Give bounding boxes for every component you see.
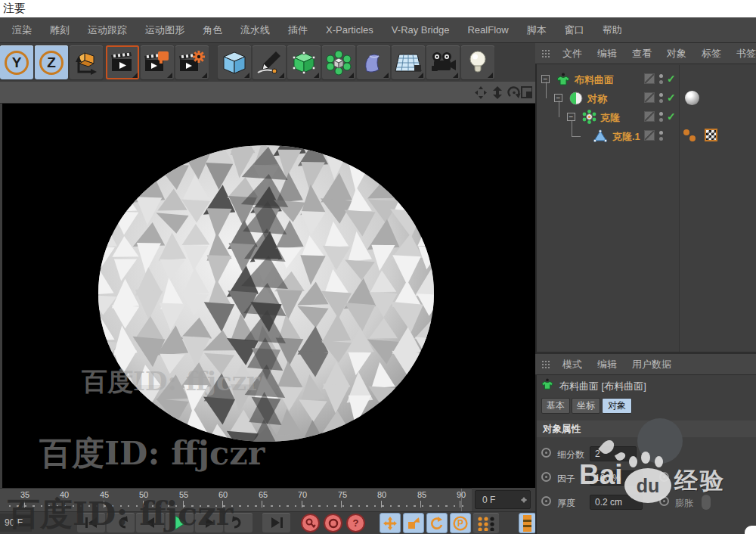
rotation-icon — [430, 517, 444, 530]
object-manager-menubar: 文件 编辑 查看 对象 标签 书签 — [535, 43, 756, 64]
object-name[interactable]: 克隆 — [600, 111, 620, 125]
film-options-button[interactable] — [519, 513, 536, 533]
visibility-toggle[interactable] — [644, 130, 655, 141]
visibility-dots[interactable] — [659, 112, 663, 122]
om-menu-view[interactable]: 查看 — [624, 47, 659, 61]
next-frame-icon — [201, 516, 218, 529]
svg-text:P: P — [457, 518, 463, 529]
next-frame-button[interactable] — [195, 513, 223, 532]
tab-coordinates-label: 坐标 — [577, 399, 595, 412]
checker-display-tag-icon[interactable] — [705, 129, 717, 141]
om-menu-file[interactable]: 文件 — [555, 47, 590, 61]
timeline-ruler[interactable]: 35 40 45 50 55 60 65 70 75 80 85 90 — [0, 488, 472, 511]
goto-end-button[interactable] — [262, 513, 290, 532]
object-row-clone-1[interactable]: 克隆.1 — [0, 127, 756, 145]
thickness-field[interactable]: 0.2 cm — [590, 495, 643, 510]
record-position-toggle[interactable] — [380, 513, 401, 533]
tab-object[interactable]: 对象 — [602, 398, 632, 414]
mograph-dots-tag-icon[interactable] — [683, 128, 699, 143]
tab-basic[interactable]: 基本 — [541, 398, 570, 414]
attr-menu-edit[interactable]: 编辑 — [590, 358, 624, 371]
enabled-check-icon[interactable]: ✓ — [667, 73, 676, 85]
menu-script[interactable]: 脚本 — [518, 17, 556, 42]
page-note: 注要 — [3, 2, 26, 16]
symmetry-icon — [569, 92, 583, 105]
material-tag-icon[interactable] — [685, 91, 699, 105]
goto-start-button[interactable] — [77, 513, 105, 532]
object-name[interactable]: 对称 — [587, 92, 607, 106]
prev-frame-button[interactable] — [136, 513, 164, 532]
attr-menu-userdata[interactable]: 用户数据 — [624, 358, 679, 371]
object-name[interactable]: 布料曲面 — [575, 73, 614, 87]
tick-label: 80 — [377, 490, 386, 499]
prev-key-button[interactable] — [107, 513, 135, 532]
screen: 注要 渲染 雕刻 运动跟踪 运动图形 角色 流水线 插件 X-Particles… — [0, 0, 756, 534]
keyframe-circle[interactable] — [541, 448, 551, 458]
panel-grid-icon[interactable] — [541, 360, 552, 369]
menubar: 渲染 雕刻 运动跟踪 运动图形 角色 流水线 插件 X-Particles V-… — [0, 17, 756, 43]
om-menu-edit[interactable]: 编辑 — [590, 47, 624, 61]
menu-realflow[interactable]: RealFlow — [458, 17, 517, 42]
prev-frame-icon — [142, 516, 159, 529]
current-frame-field[interactable]: 0 F — [475, 490, 531, 509]
record-rotation-toggle[interactable] — [426, 513, 448, 533]
tick-label: 70 — [298, 490, 307, 499]
subdivision-field[interactable]: 2 — [590, 446, 637, 461]
object-row-symmetry[interactable]: − 对称 ✓ — [0, 89, 756, 107]
inflate-checkbox[interactable] — [702, 495, 711, 510]
menu-mograph[interactable]: 运动图形 — [136, 17, 194, 42]
menu-plugins[interactable]: 插件 — [279, 17, 317, 42]
object-row-cloner[interactable]: − 克隆 ✓ — [0, 108, 756, 126]
menu-xparticles[interactable]: X-Particles — [317, 17, 383, 42]
visibility-toggle[interactable] — [644, 111, 655, 122]
visibility-dots[interactable] — [659, 74, 663, 84]
panel-grid-icon[interactable] — [541, 49, 552, 58]
record-help-button[interactable]: ? — [346, 514, 365, 532]
menu-vray-bridge[interactable]: V-Ray Bridge — [383, 17, 459, 42]
frame-spinner[interactable] — [520, 494, 527, 506]
record-scale-toggle[interactable] — [403, 513, 424, 533]
keyframe-circle[interactable] — [541, 496, 551, 506]
keyframe-circle[interactable] — [659, 472, 669, 482]
goto-end-icon — [268, 516, 285, 529]
expander-icon[interactable]: − — [567, 113, 575, 121]
visibility-dots[interactable] — [659, 131, 663, 141]
cloth-sphere-render — [96, 138, 436, 449]
loop-button[interactable] — [225, 513, 253, 532]
object-row-cloth-surface[interactable]: − 布料曲面 ✓ — [0, 70, 756, 88]
menu-character[interactable]: 角色 — [194, 17, 231, 42]
end-frame-field[interactable]: 90 F — [0, 514, 32, 532]
factor-field[interactable]: 100 % — [590, 470, 643, 486]
om-menu-bookmarks[interactable]: 书签 — [729, 47, 756, 61]
visibility-toggle[interactable] — [644, 73, 655, 84]
play-button[interactable] — [166, 513, 194, 532]
om-menu-objects[interactable]: 对象 — [659, 47, 694, 61]
current-frame-value: 0 F — [482, 495, 495, 505]
object-properties-header[interactable]: 对象属性 — [537, 421, 756, 437]
record-pla-button[interactable] — [473, 513, 499, 533]
visibility-dots[interactable] — [659, 93, 663, 103]
loop-icon — [231, 516, 247, 529]
record-ring-button[interactable] — [324, 514, 342, 532]
menu-sculpt[interactable]: 雕刻 — [41, 17, 79, 42]
viewport-3d[interactable]: 百度ID: ffjczr 百度ID: ffjczr — [2, 104, 535, 488]
om-menu-tags[interactable]: 标签 — [694, 47, 729, 61]
enabled-check-icon[interactable]: ✓ — [667, 110, 676, 123]
attr-menu-mode[interactable]: 模式 — [555, 358, 590, 371]
visibility-toggle[interactable] — [644, 92, 655, 103]
record-key-button[interactable] — [301, 514, 320, 532]
keyframe-circle[interactable] — [659, 496, 669, 506]
scale-icon — [407, 517, 420, 530]
object-name[interactable]: 克隆.1 — [612, 130, 640, 144]
tab-coordinates[interactable]: 坐标 — [572, 398, 600, 414]
menu-help[interactable]: 帮助 — [593, 17, 631, 42]
enabled-check-icon[interactable]: ✓ — [667, 92, 676, 104]
keyframe-circle[interactable] — [541, 472, 551, 482]
menu-window[interactable]: 窗口 — [556, 17, 593, 42]
menu-pipeline[interactable]: 流水线 — [231, 17, 279, 42]
record-parameter-toggle[interactable]: P — [450, 513, 471, 533]
menu-motion-tracking[interactable]: 运动跟踪 — [79, 17, 136, 42]
attribute-manager-menubar: 模式 编辑 用户数据 — [535, 354, 756, 375]
menu-render[interactable]: 渲染 — [3, 17, 41, 42]
cloth-surface-icon-small — [541, 377, 553, 391]
